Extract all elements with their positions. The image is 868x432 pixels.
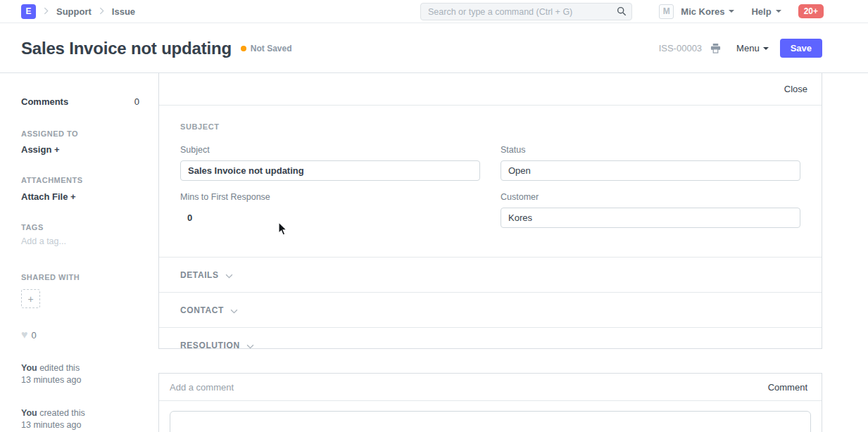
breadcrumb-support[interactable]: Support — [56, 6, 92, 17]
comment-button[interactable]: Comment — [768, 382, 807, 393]
status-label: Status — [501, 145, 800, 155]
save-button[interactable]: Save — [780, 39, 822, 58]
subject-input[interactable] — [180, 160, 480, 181]
sidebar-item-comments[interactable]: Comments 0 — [21, 96, 139, 107]
subject-label: Subject — [180, 145, 480, 155]
document-id: ISS-00003 — [659, 43, 702, 53]
like-button[interactable]: ♥ 0 — [21, 329, 37, 341]
close-button[interactable]: Close — [784, 84, 807, 94]
user-avatar[interactable]: M — [659, 4, 674, 19]
user-menu-dropdown[interactable]: Mic Kores — [681, 6, 734, 17]
notifications-badge[interactable]: 20+ — [798, 4, 824, 18]
help-label: Help — [751, 6, 771, 17]
breadcrumb: E Support Issue — [21, 0, 135, 23]
activity-when: 13 minutes ago — [21, 420, 81, 430]
subject-section-heading: SUBJECT — [180, 122, 800, 131]
search-icon[interactable] — [617, 6, 627, 19]
print-icon[interactable] — [710, 43, 721, 53]
activity-who: You — [21, 363, 37, 373]
page-title: Sales Invoice not updating — [21, 39, 232, 58]
unsaved-indicator: Not Saved — [241, 44, 292, 53]
help-dropdown[interactable]: Help — [751, 6, 781, 17]
attach-file-button[interactable]: Attach File + — [21, 191, 76, 202]
activity-when: 13 minutes ago — [21, 375, 81, 385]
chevron-down-icon — [230, 304, 238, 317]
comments-count: 0 — [134, 96, 139, 107]
mins-to-first-response-label: Mins to First Response — [180, 192, 480, 202]
activity-action: created this — [37, 408, 85, 418]
like-count: 0 — [32, 330, 37, 341]
chevron-down-icon — [225, 269, 233, 281]
chevron-down-icon — [776, 10, 781, 13]
add-comment-label: Add a comment — [170, 382, 234, 393]
activity-action: edited this — [37, 363, 80, 373]
menu-label: Menu — [736, 43, 760, 53]
top-navbar: E Support Issue M Mic Kores Help 20+ — [0, 0, 868, 23]
customer-label: Customer — [501, 192, 800, 202]
form-toolbar: Close — [159, 73, 822, 106]
chevron-right-icon — [99, 5, 104, 18]
chevron-right-icon — [44, 5, 49, 18]
status-field: Status — [501, 145, 800, 181]
form-sidebar: Comments 0 ASSIGNED TO Assign + ATTACHME… — [0, 73, 158, 431]
heart-icon: ♥ — [21, 329, 28, 341]
assigned-to-heading: ASSIGNED TO — [21, 129, 78, 138]
comments-card: Add a comment Comment — [158, 373, 822, 432]
app-logo[interactable]: E — [21, 4, 36, 19]
contact-section-label: CONTACT — [180, 305, 224, 315]
subject-field: Subject — [180, 145, 480, 181]
comments-label: Comments — [21, 96, 68, 107]
mins-to-first-response-field: Mins to First Response 0 — [180, 192, 480, 228]
activity-edited: You edited this 13 minutes ago — [21, 362, 81, 386]
activity-who: You — [21, 408, 37, 418]
activity-created: You created this 13 minutes ago — [21, 407, 85, 431]
shared-with-heading: SHARED WITH — [21, 273, 80, 281]
menu-dropdown[interactable]: Menu — [736, 43, 769, 53]
comment-input[interactable] — [170, 411, 811, 432]
assign-button[interactable]: Assign + — [21, 144, 60, 155]
search-input[interactable] — [420, 3, 632, 20]
resolution-section-label: RESOLUTION — [180, 341, 240, 350]
section-resolution-toggle[interactable]: RESOLUTION — [159, 327, 822, 362]
subject-section: SUBJECT Subject Status Mins to First Res… — [159, 106, 822, 239]
mins-to-first-response-value: 0 — [180, 208, 480, 223]
page-content: Comments 0 ASSIGNED TO Assign + ATTACHME… — [0, 73, 868, 431]
section-details-toggle[interactable]: DETAILS — [159, 257, 822, 292]
user-menu-label: Mic Kores — [681, 6, 724, 17]
unsaved-label: Not Saved — [251, 44, 292, 53]
attachments-heading: ATTACHMENTS — [21, 176, 83, 184]
tags-heading: TAGS — [21, 223, 44, 231]
breadcrumb-issue[interactable]: Issue — [112, 6, 135, 17]
section-contact-toggle[interactable]: CONTACT — [159, 292, 822, 327]
add-tag-input[interactable]: Add a tag... — [21, 236, 66, 246]
navbar-right: M Mic Kores Help 20+ — [659, 0, 824, 23]
page-header: Sales Invoice not updating Not Saved ISS… — [0, 23, 868, 73]
status-input[interactable] — [501, 160, 800, 181]
status-dot-icon — [241, 46, 246, 51]
details-section-label: DETAILS — [180, 270, 219, 280]
chevron-down-icon — [729, 10, 734, 13]
chevron-down-icon — [763, 47, 769, 50]
share-add-button[interactable]: + — [21, 289, 40, 308]
customer-input[interactable] — [501, 208, 800, 228]
customer-field: Customer — [501, 192, 800, 228]
global-search — [420, 3, 632, 20]
comment-header: Add a comment Comment — [159, 374, 822, 401]
chevron-down-icon — [246, 339, 254, 352]
issue-form-card: Close SUBJECT Subject Status Mins to Fir… — [158, 73, 822, 349]
